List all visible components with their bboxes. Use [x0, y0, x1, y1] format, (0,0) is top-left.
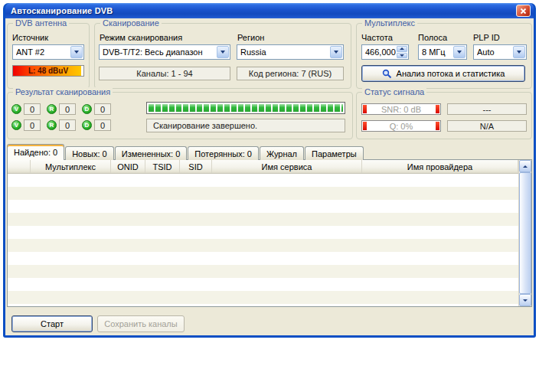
- autoscan-dvb-window: Автосканирование DVB DVB антенна Источни…: [3, 3, 536, 338]
- status-light-icon: R: [47, 120, 57, 130]
- column-header[interactable]: TSID: [145, 160, 180, 173]
- dropdown-arrow-button[interactable]: [513, 46, 525, 58]
- column-header[interactable]: Мультиплекс: [31, 160, 111, 173]
- scroll-up-button[interactable]: [519, 160, 531, 172]
- status-light-icon: V: [11, 120, 21, 130]
- column-header[interactable]: ONID: [111, 160, 145, 173]
- scrollbar-thumb[interactable]: [519, 172, 531, 294]
- tab[interactable]: Найдено: 0: [7, 144, 64, 160]
- source-label: Источник: [12, 33, 48, 42]
- bandwidth-select[interactable]: 8 МГц: [418, 44, 467, 60]
- tab[interactable]: Параметры: [305, 146, 364, 160]
- snr-meter: SNR: 0 dB: [361, 103, 441, 115]
- plp-id-value: Auto: [477, 47, 495, 57]
- scroll-down-button[interactable]: [519, 294, 531, 306]
- status-light-icon: R: [47, 104, 57, 114]
- screen: Автосканирование DVB DVB антенна Источни…: [0, 0, 539, 392]
- chevron-down-icon: [220, 51, 225, 54]
- tab-label: Измененных: 0: [122, 149, 181, 158]
- meter-min-mark: [363, 122, 367, 130]
- vertical-scrollbar[interactable]: [518, 160, 531, 306]
- client-area: DVB антенна Источник ANT #2 L: 48 dBuV С…: [5, 18, 534, 335]
- scan-mode-select[interactable]: DVB-T/T2: Весь диапазон: [99, 44, 230, 60]
- dropdown-arrow-button[interactable]: [70, 46, 83, 58]
- window-title: Автосканирование DVB: [11, 6, 516, 15]
- column-header[interactable]: [8, 160, 31, 173]
- region-code-panel: Код региона: 7 (RUS): [237, 67, 344, 80]
- quality-label: Q: 0%: [390, 122, 413, 131]
- quality-value: N/A: [447, 120, 527, 132]
- analyze-stream-button[interactable]: Анализ потока и статистика: [361, 65, 525, 82]
- tab-label: Найдено: 0: [14, 148, 57, 157]
- quality-meter: Q: 0%: [361, 120, 441, 132]
- spin-up-button[interactable]: [397, 46, 407, 52]
- chevron-down-icon: [400, 54, 404, 57]
- title-bar: Автосканирование DVB: [5, 3, 534, 18]
- scan-result-caption: Результат сканирования: [13, 87, 113, 96]
- indicator-count: 0: [24, 119, 41, 131]
- region-select[interactable]: Russia: [237, 44, 344, 60]
- channels-range-panel: Каналы: 1 - 94: [99, 67, 230, 80]
- channels-table: МультиплексONIDTSIDSIDИмя сервисаИмя про…: [7, 159, 532, 307]
- scan-indicator: V 0: [11, 117, 47, 133]
- tab[interactable]: Журнал: [260, 146, 304, 160]
- frequency-input[interactable]: 466,000: [361, 44, 409, 60]
- column-header[interactable]: Имя сервиса: [212, 160, 362, 173]
- chevron-down-icon: [74, 51, 79, 54]
- close-icon: [520, 8, 527, 15]
- dropdown-arrow-button[interactable]: [330, 46, 342, 58]
- scan-progress-fill: [149, 104, 343, 112]
- tab[interactable]: Измененных: 0: [115, 146, 188, 160]
- scan-indicator: D 0: [82, 101, 117, 117]
- column-header[interactable]: SID: [180, 160, 212, 173]
- tab-strip: Найдено: 0 Новых: 0 Измененных: 0 Потеря…: [7, 144, 364, 160]
- indicator-count: 0: [94, 103, 111, 115]
- scan-indicator: R 0: [47, 117, 82, 133]
- bandwidth-label: Полоса: [418, 33, 447, 42]
- save-channels-label: Сохранить каналы: [104, 319, 177, 328]
- spin-down-button[interactable]: [397, 53, 407, 59]
- multiplex-group-caption: Мультиплекс: [362, 18, 417, 28]
- indicator-count: 0: [94, 119, 111, 131]
- scanning-group: Сканирование Режим сканирования DVB-T/T2…: [94, 23, 351, 89]
- chevron-up-icon: [400, 47, 404, 50]
- save-channels-button[interactable]: Сохранить каналы: [97, 315, 185, 332]
- tab-label: Новых: 0: [72, 149, 107, 158]
- tab-label: Журнал: [266, 149, 297, 158]
- antenna-group: DVB антенна Источник ANT #2 L: 48 dBuV: [7, 23, 90, 89]
- chevron-down-icon: [457, 51, 462, 54]
- scan-mode-label: Режим сканирования: [100, 33, 182, 42]
- signal-level-text: L: 48 dBuV: [13, 67, 83, 75]
- start-button-label: Старт: [41, 319, 64, 328]
- signal-status-caption: Статус сигнала: [362, 87, 426, 96]
- scan-result-group: Результат сканирования V 0 R 0 D 0: [7, 92, 353, 139]
- tab[interactable]: Новых: 0: [65, 146, 114, 160]
- chevron-down-icon: [523, 299, 528, 302]
- close-button[interactable]: [516, 5, 531, 17]
- frequency-value: 466,000: [365, 47, 396, 57]
- meter-min-mark: [363, 105, 367, 113]
- chevron-down-icon: [334, 51, 338, 54]
- dropdown-arrow-button[interactable]: [453, 46, 466, 58]
- indicator-count: 0: [59, 103, 76, 115]
- antenna-source-select[interactable]: ANT #2: [12, 44, 84, 60]
- status-light-icon: D: [82, 120, 92, 130]
- plp-id-select[interactable]: Auto: [473, 44, 527, 60]
- table-header: МультиплексONIDTSIDSIDИмя сервисаИмя про…: [8, 160, 518, 174]
- region-value: Russia: [240, 47, 266, 57]
- dropdown-arrow-button[interactable]: [217, 46, 229, 58]
- tab[interactable]: Потерянных: 0: [188, 146, 259, 160]
- frequency-label: Частота: [361, 33, 393, 42]
- column-header[interactable]: Имя провайдера: [362, 160, 518, 173]
- meter-max-mark: [436, 105, 439, 113]
- magnifier-icon: [382, 69, 392, 79]
- scan-indicator: D 0: [82, 117, 117, 133]
- meter-max-mark: [436, 122, 439, 130]
- indicator-count: 0: [24, 103, 41, 115]
- scan-status-text: Сканирование завершено.: [146, 119, 345, 132]
- scan-indicator: V 0: [11, 101, 47, 117]
- snr-value: ---: [447, 103, 527, 115]
- scan-indicator: R 0: [47, 101, 82, 117]
- indicator-count: 0: [59, 119, 76, 131]
- start-button[interactable]: Старт: [11, 315, 93, 332]
